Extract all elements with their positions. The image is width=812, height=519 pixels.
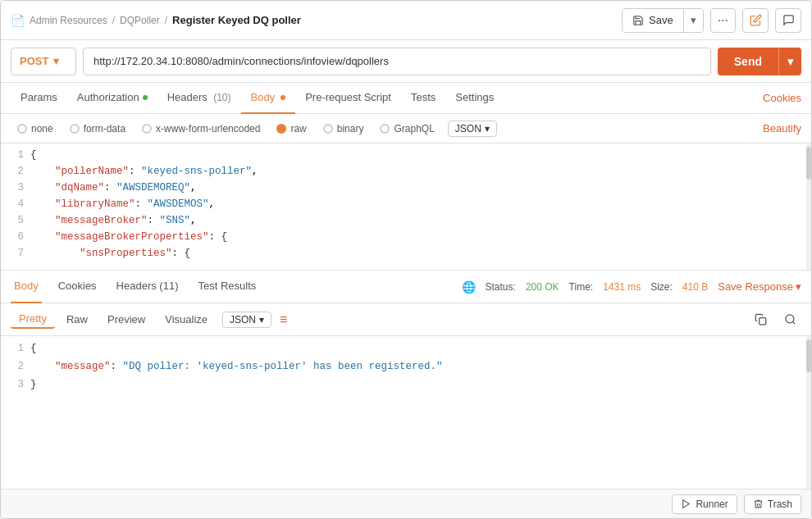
resp-tab-cookies[interactable]: Cookies <box>55 271 100 303</box>
status-size: 410 B <box>682 281 708 293</box>
runner-label: Runner <box>696 499 728 510</box>
resp-format-right <box>749 308 801 331</box>
format-bar: none form-data x-www-form-urlencoded raw… <box>1 114 811 143</box>
body-dot <box>281 95 285 100</box>
format-raw[interactable]: raw <box>270 121 312 136</box>
url-bar: POST ▾ Send ▾ <box>1 40 811 83</box>
send-arrow[interactable]: ▾ <box>778 48 801 75</box>
more-button[interactable]: ··· <box>710 8 736 33</box>
format-urlencoded[interactable]: x-www-form-urlencoded <box>135 121 267 136</box>
trash-label: Trash <box>768 499 792 510</box>
save-arrow-button[interactable]: ▾ <box>683 9 703 32</box>
runner-button[interactable]: Runner <box>672 494 737 514</box>
svg-point-1 <box>785 315 793 323</box>
code-line-1: { <box>30 147 801 163</box>
save-button-group[interactable]: Save ▾ <box>622 8 704 33</box>
authorization-dot <box>143 95 148 100</box>
send-button-group[interactable]: Send ▾ <box>718 48 801 75</box>
bottom-bar: Runner Trash <box>1 489 811 518</box>
response-scrollbar-thumb[interactable] <box>806 339 811 372</box>
resp-tab-test-results[interactable]: Test Results <box>194 271 259 303</box>
radio-urlencoded[interactable] <box>142 124 152 134</box>
svg-line-2 <box>792 321 795 324</box>
resp-code-line-1: { <box>30 339 801 357</box>
resp-fmt-visualize[interactable]: Visualize <box>157 311 216 328</box>
response-status-area: 🌐 Status: 200 OK Time: 1431 ms Size: 410… <box>462 280 801 294</box>
filter-icon-button[interactable]: ≡ <box>280 312 287 327</box>
status-ok: 200 OK <box>526 281 559 293</box>
code-line-3: "dqName": "AWSDEMOREQ", <box>30 180 801 196</box>
page-title: Register Keyed DQ poller <box>172 14 301 26</box>
send-main-button[interactable]: Send <box>718 48 778 75</box>
file-icon: 📄 <box>11 14 25 27</box>
radio-none[interactable] <box>17 124 27 134</box>
format-binary[interactable]: binary <box>317 121 371 136</box>
resp-json-select[interactable]: JSON ▾ <box>222 312 271 328</box>
breadcrumb-area: 📄 Admin Resources / DQPoller / Register … <box>11 14 622 27</box>
resp-fmt-pretty[interactable]: Pretty <box>11 310 55 329</box>
breadcrumb-dqpoller: DQPoller <box>120 15 160 26</box>
resp-fmt-preview[interactable]: Preview <box>99 311 153 328</box>
code-line-5: "messageBroker": "SNS", <box>30 212 801 229</box>
globe-icon: 🌐 <box>462 280 476 294</box>
code-line-4: "libraryName": "AWSDEMOS", <box>30 196 801 212</box>
resp-tab-headers[interactable]: Headers (11) <box>113 271 182 303</box>
breadcrumb-admin: Admin Resources <box>30 15 107 26</box>
response-code-content: 123 { "message": "DQ poller: 'keyed-sns-… <box>1 336 811 397</box>
tab-body[interactable]: Body <box>241 83 296 114</box>
request-scrollbar[interactable] <box>806 143 811 270</box>
title-bar: 📄 Admin Resources / DQPoller / Register … <box>1 1 811 40</box>
svg-rect-0 <box>759 318 765 325</box>
save-response-button[interactable]: Save Response ▾ <box>718 280 801 293</box>
svg-marker-3 <box>683 500 690 508</box>
postman-window: 📄 Admin Resources / DQPoller / Register … <box>0 0 812 519</box>
search-icon-button[interactable] <box>778 308 801 331</box>
cookies-link[interactable]: Cookies <box>763 92 801 104</box>
tab-headers[interactable]: Headers (10) <box>157 83 241 114</box>
code-line-2: "pollerName": "keyed-sns-poller", <box>30 163 801 180</box>
response-code-editor[interactable]: 123 { "message": "DQ poller: 'keyed-sns-… <box>1 336 811 489</box>
json-format-select[interactable]: JSON ▾ <box>448 121 497 137</box>
code-line-7: "snsProperties": { <box>30 245 801 262</box>
request-line-numbers: 1234567 <box>1 147 30 262</box>
format-graphql[interactable]: GraphQL <box>373 121 440 136</box>
response-line-numbers: 123 <box>1 339 30 394</box>
url-input[interactable] <box>83 48 711 75</box>
tab-pre-request-script[interactable]: Pre-request Script <box>295 83 401 114</box>
response-header: Body Cookies Headers (11) Test Results 🌐… <box>1 271 811 303</box>
response-code-lines: { "message": "DQ poller: 'keyed-sns-poll… <box>30 339 811 394</box>
resp-code-line-2: "message": "DQ poller: 'keyed-sns-poller… <box>30 357 801 376</box>
radio-graphql[interactable] <box>380 124 390 134</box>
format-form-data[interactable]: form-data <box>63 121 132 136</box>
tab-params[interactable]: Params <box>11 83 67 114</box>
tab-authorization[interactable]: Authorization <box>67 83 157 114</box>
format-none[interactable]: none <box>11 121 60 136</box>
edit-icon-button[interactable] <box>742 8 769 33</box>
tab-settings[interactable]: Settings <box>445 83 504 114</box>
comment-icon-button[interactable] <box>775 8 801 33</box>
save-main-button[interactable]: Save <box>623 9 683 32</box>
request-code-content: 1234567 { "pollerName": "keyed-sns-polle… <box>1 143 811 265</box>
request-scrollbar-thumb[interactable] <box>806 147 811 180</box>
resp-tab-body[interactable]: Body <box>11 271 42 303</box>
response-format-bar: Pretty Raw Preview Visualize JSON ▾ ≡ <box>1 303 811 336</box>
status-time: 1431 ms <box>603 281 641 293</box>
copy-icon-button[interactable] <box>749 308 772 331</box>
request-tabs: Params Authorization Headers (10) Body P… <box>1 83 811 114</box>
title-bar-actions: Save ▾ ··· <box>622 8 801 33</box>
method-selector[interactable]: POST ▾ <box>11 48 76 75</box>
save-label: Save <box>649 14 673 26</box>
beautify-button[interactable]: Beautify <box>763 122 801 134</box>
radio-form-data[interactable] <box>70 124 80 134</box>
tab-tests[interactable]: Tests <box>401 83 445 114</box>
resp-fmt-raw[interactable]: Raw <box>58 311 96 328</box>
code-line-6: "messageBrokerProperties": { <box>30 229 801 245</box>
request-code-lines: { "pollerName": "keyed-sns-poller", "dqN… <box>30 147 811 262</box>
request-code-editor[interactable]: 1234567 { "pollerName": "keyed-sns-polle… <box>1 143 811 271</box>
method-label: POST <box>20 55 48 67</box>
trash-button[interactable]: Trash <box>744 494 801 514</box>
radio-binary[interactable] <box>323 124 333 134</box>
method-arrow: ▾ <box>53 55 59 67</box>
radio-raw[interactable] <box>276 124 286 134</box>
response-scrollbar[interactable] <box>806 336 811 489</box>
